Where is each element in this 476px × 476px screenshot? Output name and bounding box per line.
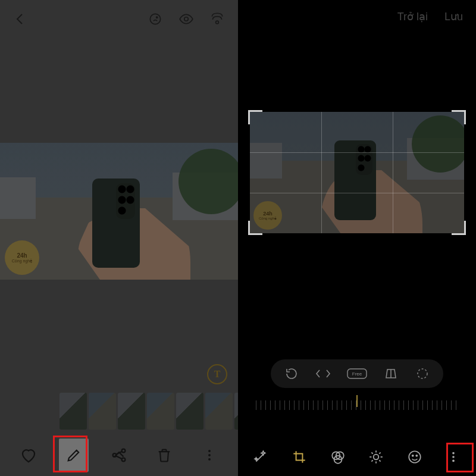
aspect-ratio-label: Free bbox=[352, 371, 362, 377]
editor-back-link[interactable]: Trở lại bbox=[397, 10, 428, 23]
filters-tab-button[interactable] bbox=[325, 444, 351, 470]
rotation-ruler[interactable] bbox=[256, 396, 458, 414]
viewer-topbar bbox=[0, 0, 238, 38]
edit-button[interactable] bbox=[59, 439, 89, 472]
thumbnail-item[interactable] bbox=[176, 393, 203, 430]
editor-save-link[interactable]: Lưu bbox=[444, 10, 463, 23]
svg-point-7 bbox=[122, 458, 126, 462]
svg-point-3 bbox=[216, 21, 219, 24]
smart-view-icon[interactable] bbox=[209, 11, 225, 27]
viewer-bottombar bbox=[0, 434, 238, 476]
crop-grid-line bbox=[250, 193, 464, 193]
svg-line-23 bbox=[380, 460, 381, 461]
crop-handle-tr[interactable] bbox=[452, 110, 466, 124]
crop-handle-tl[interactable] bbox=[248, 110, 262, 124]
svg-point-26 bbox=[409, 451, 421, 463]
favorite-button[interactable] bbox=[14, 440, 43, 470]
svg-point-13 bbox=[418, 369, 427, 378]
svg-point-10 bbox=[208, 458, 211, 461]
perspective-button[interactable] bbox=[381, 364, 401, 384]
thumbnail-item[interactable] bbox=[118, 393, 145, 430]
back-icon[interactable] bbox=[13, 12, 27, 26]
rotate-button[interactable] bbox=[281, 364, 302, 384]
crop-grid-line bbox=[393, 112, 393, 233]
more-button[interactable] bbox=[440, 444, 466, 470]
svg-point-30 bbox=[452, 456, 455, 458]
watermark-text: 24h bbox=[263, 211, 273, 217]
crop-grid-line bbox=[321, 112, 322, 233]
text-extract-letter: T bbox=[214, 369, 221, 380]
svg-point-6 bbox=[122, 449, 126, 453]
share-button[interactable] bbox=[104, 440, 134, 470]
aspect-ratio-button[interactable]: Free bbox=[344, 364, 370, 384]
svg-point-0 bbox=[150, 14, 160, 24]
visibility-icon[interactable] bbox=[178, 11, 194, 27]
watermark-sub: Công nghệ bbox=[259, 217, 277, 220]
svg-point-28 bbox=[416, 455, 417, 456]
editor-topbar: Trở lại Lưu bbox=[238, 0, 476, 33]
svg-point-29 bbox=[452, 452, 455, 455]
crop-photo: 24h Công nghệ bbox=[250, 112, 464, 233]
svg-line-22 bbox=[372, 452, 373, 453]
thumbnail-item[interactable] bbox=[60, 393, 87, 430]
main-photo[interactable]: 24h Công nghệ bbox=[0, 143, 238, 280]
svg-point-17 bbox=[374, 455, 379, 460]
svg-point-2 bbox=[184, 17, 189, 21]
crop-canvas[interactable]: 24h Công nghệ bbox=[250, 112, 464, 233]
watermark-badge: 24h Công nghệ bbox=[5, 240, 39, 275]
ruler-center-mark bbox=[356, 395, 358, 407]
auto-enhance-button[interactable] bbox=[248, 444, 274, 470]
text-extract-badge[interactable]: T bbox=[207, 364, 227, 384]
svg-point-27 bbox=[412, 455, 414, 456]
watermark-sub: Công nghệ bbox=[12, 259, 32, 263]
crop-grid-line bbox=[250, 152, 464, 153]
gallery-viewer-screen: 24h Công nghệ T bbox=[0, 0, 238, 476]
editor-bottombar bbox=[238, 438, 476, 476]
lasso-button[interactable] bbox=[412, 364, 433, 384]
thumbnail-strip[interactable] bbox=[60, 393, 238, 430]
thumbnail-item[interactable] bbox=[205, 393, 233, 430]
bixby-vision-icon[interactable] bbox=[148, 11, 163, 27]
svg-point-31 bbox=[452, 460, 455, 462]
more-button-left[interactable] bbox=[195, 440, 224, 470]
crop-handle-bl[interactable] bbox=[248, 221, 262, 235]
crop-tools-pill: Free bbox=[271, 359, 443, 388]
flip-button[interactable] bbox=[313, 364, 333, 384]
svg-point-1 bbox=[156, 17, 158, 18]
svg-line-24 bbox=[380, 452, 381, 453]
svg-point-9 bbox=[208, 454, 211, 456]
thumbnail-item[interactable] bbox=[89, 393, 116, 430]
watermark-text: 24h bbox=[17, 253, 27, 259]
svg-point-8 bbox=[208, 450, 211, 452]
sticker-tab-button[interactable] bbox=[402, 444, 428, 470]
crop-tab-button[interactable] bbox=[286, 444, 312, 470]
photo-editor-screen: Trở lại Lưu 24h Công nghệ bbox=[238, 0, 476, 476]
svg-line-25 bbox=[372, 460, 373, 461]
svg-point-5 bbox=[113, 453, 117, 457]
thumbnail-item[interactable] bbox=[147, 393, 174, 430]
crop-handle-br[interactable] bbox=[452, 221, 466, 235]
delete-button[interactable] bbox=[149, 440, 179, 470]
adjust-tab-button[interactable] bbox=[363, 444, 389, 470]
